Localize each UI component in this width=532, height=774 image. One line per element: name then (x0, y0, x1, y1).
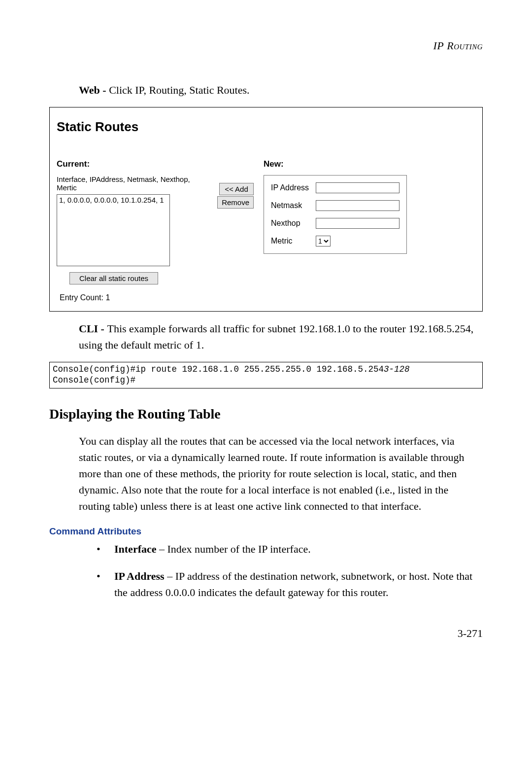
command-attributes-heading: Command Attributes (49, 526, 483, 537)
netmask-label: Netmask (268, 197, 312, 214)
current-label: Current: (57, 159, 204, 169)
remove-button[interactable]: Remove (217, 196, 254, 209)
web-text: Click IP, Routing, Static Routes. (109, 84, 249, 96)
web-label: Web - (79, 84, 109, 96)
metric-select[interactable]: 1 (316, 236, 331, 246)
web-instruction: Web - Click IP, Routing, Static Routes. (79, 82, 478, 98)
cli-text: This example forwards all traffic for su… (79, 322, 473, 351)
add-button[interactable]: << Add (219, 183, 254, 195)
cli-label: CLI - (79, 322, 107, 335)
cli-line1-ref: 3-128 (384, 364, 410, 374)
new-route-form: IP Address Netmask Nexthop Metric (264, 175, 407, 254)
list-header: Interface, IPAddress, Netmask, Nexthop, … (57, 175, 204, 192)
routing-table-paragraph: You can display all the routes that can … (79, 433, 478, 514)
new-label: New: (264, 159, 475, 169)
metric-label: Metric (268, 233, 312, 249)
ip-address-field[interactable] (316, 182, 399, 193)
attr-desc: – IP address of the destination network,… (114, 570, 472, 598)
nexthop-label: Nexthop (268, 215, 312, 232)
attr-desc: – Index number of the IP interface. (157, 543, 311, 555)
list-item: IP Address – IP address of the destinati… (97, 568, 483, 600)
attr-name: IP Address (114, 570, 165, 582)
header-prefix: IP (433, 39, 444, 52)
page-number: 3-271 (49, 627, 483, 640)
routing-table-heading: Displaying the Routing Table (49, 406, 483, 422)
cli-line2: Console(config)# (53, 375, 135, 385)
command-attributes-list: Interface – Index number of the IP inter… (97, 541, 483, 600)
cli-code-block: Console(config)#ip route 192.168.1.0 255… (49, 362, 483, 388)
entry-count: Entry Count: 1 (60, 293, 475, 302)
clear-all-button[interactable]: Clear all static routes (69, 272, 158, 284)
current-routes-listbox[interactable]: 1, 0.0.0.0, 0.0.0.0, 10.1.0.254, 1 (57, 194, 170, 266)
list-item[interactable]: 1, 0.0.0.0, 0.0.0.0, 10.1.0.254, 1 (59, 196, 167, 204)
static-routes-panel: Static Routes Current: Interface, IPAddr… (49, 107, 483, 312)
list-item: Interface – Index number of the IP inter… (97, 541, 483, 557)
static-routes-title: Static Routes (57, 119, 475, 135)
cli-line1: Console(config)#ip route 192.168.1.0 255… (53, 364, 384, 374)
header-word: Routing (444, 39, 483, 52)
nexthop-field[interactable] (316, 218, 399, 229)
ip-address-label: IP Address (268, 179, 312, 196)
cli-description: CLI - This example forwards all traffic … (79, 320, 478, 353)
attr-name: Interface (114, 543, 157, 555)
page-header: IP Routing (49, 39, 483, 52)
netmask-field[interactable] (316, 200, 399, 211)
